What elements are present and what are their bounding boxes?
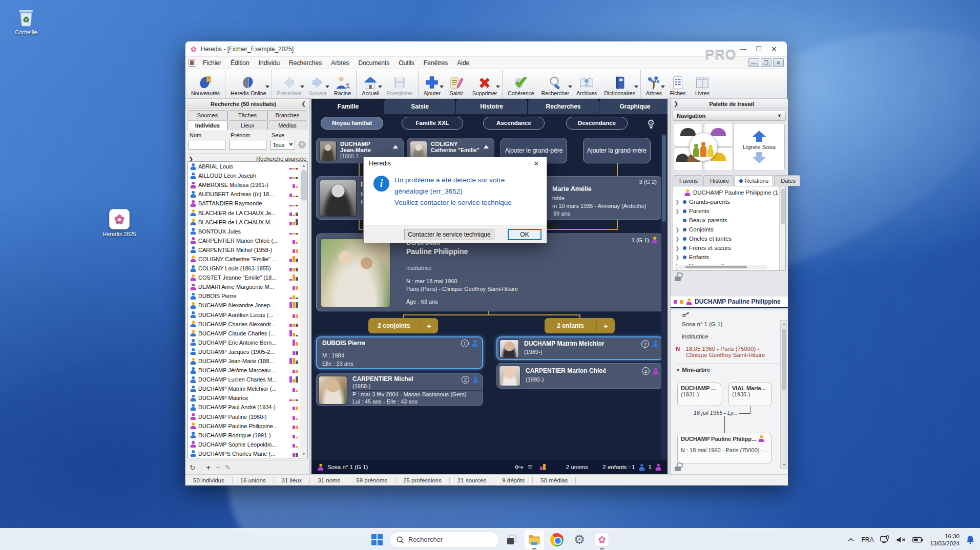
toolbar-button[interactable]: Fiches [665,70,690,98]
person-list-item[interactable]: ABRIAL Louis [188,162,307,171]
mother-card[interactable]: 3 (G 2) Marie Amélie table m 10 mars 193… [533,176,662,220]
unlock-icon[interactable] [675,467,681,471]
person-list-item[interactable]: AILLOUD Léon Joseph [188,171,307,180]
expand-chevron-icon[interactable]: ❯ [675,245,680,251]
search-tab[interactable]: Sources [187,110,227,120]
toolbar-button[interactable]: Heredis Online [225,70,269,98]
search-tab[interactable]: Branches [267,110,307,120]
dialog-close-icon[interactable]: ✕ [531,160,541,167]
scroll-up-icon[interactable]: ▲ [300,162,307,170]
mdi-restore-button[interactable]: ❐ [761,58,772,67]
scroll-down-icon[interactable]: ▼ [300,450,307,458]
toolbar-button[interactable]: Nouveautés [187,70,223,98]
toolbar-button[interactable]: Accueil [356,70,383,98]
search-tab[interactable]: Lieux [227,120,267,130]
person-list-item[interactable]: DUCHAMP Alexandre Josep... [188,301,307,310]
edit-person-button[interactable]: ✎ [225,463,231,472]
subnav-noyau-familial[interactable]: Noyau familial [321,117,383,130]
menu-item[interactable]: Documents [353,58,394,68]
add-grandmother-button[interactable]: Ajouter la grand-mère [583,138,651,163]
network-icon[interactable] [880,535,890,544]
toolbar-button[interactable]: Archives [573,70,600,98]
relations-item[interactable]: ❯ Grands-parents [675,197,778,206]
person-list-item[interactable]: CARPENTIER Michel (1958-) [188,245,307,255]
spouses-button[interactable]: 2 conjoints + [368,318,438,333]
person-list-item[interactable]: DUCHAMP Aurélien Lucas (... [188,310,307,320]
clock[interactable]: 16:30 13/03/2024 [930,533,960,547]
main-tab[interactable]: Recherches [528,99,599,114]
menu-item[interactable]: Recherches [284,58,326,68]
expand-chevron-icon[interactable]: ❯ [675,255,680,260]
unlock-icon[interactable] [675,277,681,281]
minitree-father-box[interactable]: DUCHAMP ... (1931-) [677,383,721,406]
person-list-item[interactable]: AUDUBERT Andreas ((c) 18... [188,189,307,199]
menu-item[interactable]: Aide [452,58,474,68]
person-list-item[interactable]: DUCHAMPS Charles Marie (... [188,449,307,458]
relations-item[interactable]: ❯ Conjoints [675,225,778,234]
person-list-item[interactable]: DUCHAMP Jacques (1905-2... [188,347,307,356]
desktop-icon-recycle-bin[interactable]: ♻ Corbeille [4,6,48,35]
person-list-item[interactable]: DUCHAMP Eric Antoine Bern... [188,338,307,347]
subnav-ascendance[interactable]: Ascendance [483,117,545,130]
menu-item[interactable]: Individu [254,58,284,68]
clear-search-button[interactable]: ✕ [298,141,306,149]
firstname-input[interactable] [230,140,266,150]
child-card-marion[interactable]: CARPENTIER Marion Chloé (1992-) 2 [496,363,663,389]
person-list-item[interactable]: DUBOIS Pierre [188,291,307,301]
minitree-child-box[interactable]: DUCHAMP Pauline Philipp... N : 18 mai 19… [677,433,772,463]
taskbar-search[interactable]: Rechercher [389,532,499,548]
close-button[interactable]: ✕ [766,45,782,54]
main-tab[interactable]: Saisie [384,99,455,114]
person-list-item[interactable]: BLACHIER de LA CHAUX Je... [188,208,307,217]
person-list-item[interactable]: DUCHAMP Maurice [188,393,307,403]
person-list-item[interactable]: BATTANDIER Raymonde [188,199,307,208]
spouse-card-dubois[interactable]: DUBOIS Pierre 1 M : 1984 Elle : 23 ans [316,336,483,369]
tray-chevron-icon[interactable] [847,536,855,543]
person-list-item[interactable]: DUCHAMP Pauline (1960-) [188,412,307,421]
navigation-section-header[interactable]: Navigation ▼ [673,111,786,121]
person-list-item[interactable]: DUCHAMP Charles Alexandr... [188,320,307,329]
add-person-button[interactable]: + [206,463,211,472]
relations-item[interactable]: ❯ Enfants [675,252,778,262]
main-person-card[interactable]: 1 (G 1) DUCHAMP Pauline Philippine insti… [316,234,663,311]
person-list-item[interactable]: DUCHAMP Rodrigue (1991-) [188,431,307,440]
person-list-item[interactable]: BONTOUX Jules [188,227,307,236]
search-tab[interactable]: Individus [187,120,227,130]
palette-tab[interactable]: Histoire [703,175,734,186]
file-explorer-button[interactable] [524,530,545,550]
person-list-item[interactable]: DUCHAMP Sophie Léopoldin... [188,440,307,449]
family-scrollbar[interactable] [661,133,666,460]
child-card-matrim[interactable]: DUCHAMP Matrim Melchior (1989-) ? [496,336,663,360]
add-spouse-button[interactable]: + [420,322,438,330]
toolbar-button[interactable]: Livres [690,70,715,98]
expand-chevron-icon[interactable]: ❯ [675,236,680,242]
gear-icon[interactable]: ⚙ [647,117,655,130]
spouse-card-carpentier[interactable]: CARPENTIER Michel (1958-) 2 P : mar 3 fé… [316,373,483,406]
main-tab[interactable]: Histoire [456,99,527,114]
maximize-button[interactable]: ☐ [751,45,766,53]
main-tab[interactable]: Graphique [599,99,668,114]
expand-icon[interactable]: ❯ [674,100,678,107]
key-icon[interactable] [515,464,524,470]
list-scrollbar[interactable]: ▲ ▼ [300,162,307,458]
sex-select[interactable]: Tous [270,140,295,150]
expand-chevron-icon[interactable]: ❯ [675,208,680,214]
person-list-item[interactable]: BLACHIER de LA CHAUX M... [188,218,307,227]
search-tab[interactable]: Médias [267,120,307,130]
subnav-descendance[interactable]: Descendance [566,117,628,130]
toolbar-button[interactable]: 1 Racine [330,70,355,98]
minitree-section[interactable]: ▼ Mini-arbre [671,365,788,374]
toolbar-button[interactable]: Rechercher [538,70,573,98]
mdi-close-button[interactable]: ✕ [773,58,784,67]
menu-item[interactable]: Fichier [198,58,226,68]
menu-item[interactable]: Outils [394,58,419,68]
toolbar-button[interactable]: Enregistrer [383,70,416,98]
language-indicator[interactable]: FRA [861,536,873,543]
minimize-button[interactable]: — [736,45,751,53]
children-button[interactable]: 2 enfants + [545,318,615,333]
palette-tab[interactable]: Dates [774,175,800,186]
person-list-item[interactable]: COLIGNY Catherine "Emilie" ... [188,255,307,264]
person-list-item[interactable]: DUCHAMP Jérôme Marceau ... [188,366,307,375]
toolbar-button[interactable]: Arbres [640,70,665,98]
relations-vscrollbar[interactable] [779,186,785,270]
